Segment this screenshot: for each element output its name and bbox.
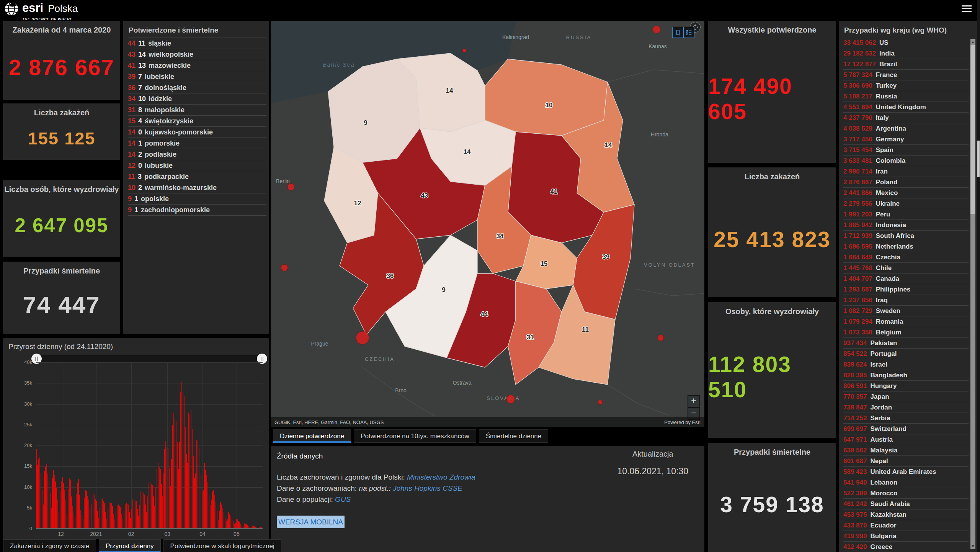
country-row[interactable]: 1 073 358 Belgium [843,327,969,338]
legend-button[interactable] [683,27,694,38]
country-row[interactable]: 4 551 694 United Kingdom [843,102,969,113]
chart-tab-2[interactable]: Potwierdzone w skali logarytmicznej [163,539,281,552]
country-row[interactable]: 699 697 Switzerland [843,424,969,434]
country-row[interactable]: 839 624 Israel [843,359,969,370]
voivodeship-row[interactable]: 9 1 zachodniopomorskie [128,205,266,216]
bar [46,464,47,528]
country-row[interactable]: 433 870 Ecuador [843,520,969,531]
source-link[interactable]: GUS [335,495,351,503]
voivodeship-row[interactable]: 10 2 warmińsko-mazurskie [128,182,266,193]
mobile-version-link[interactable]: WERSJA MOBILNA [277,516,345,528]
country-row[interactable]: 5 108 217 Russia [843,91,969,102]
country-row[interactable]: 639 562 Malaysia [843,445,969,456]
voivodeship-row[interactable]: 12 0 lubuskie [128,160,266,171]
country-row[interactable]: 541 940 Lebanon [843,477,969,488]
country-row[interactable]: 2 441 866 Mexico [843,188,969,198]
case-marker[interactable] [653,26,660,33]
country-row[interactable]: 1 885 942 Indonesia [843,220,969,231]
country-row[interactable]: 4 038 528 Argentina [843,123,969,134]
voivodeship-row[interactable]: 14 1 pomorskie [128,138,266,149]
chart-plot-area[interactable] [36,362,263,529]
country-row[interactable]: 3 715 454 Spain [843,145,969,156]
country-row[interactable]: 33 415 062 US [843,38,969,48]
case-marker[interactable] [287,183,294,190]
hamburger-menu-icon[interactable] [962,5,972,13]
country-cases: 839 624 [843,361,867,369]
country-row[interactable]: 647 971 Austria [843,434,969,445]
country-row[interactable]: 1 696 595 Netherlands [843,241,969,252]
scroll-down-icon[interactable]: ▼ [970,544,975,548]
voivodeship-row[interactable]: 9 1 opolskie [128,193,266,205]
country-row[interactable]: 2 876 667 Poland [843,177,969,188]
voivodeship-row[interactable]: 15 4 świętokrzyskie [128,116,266,127]
country-row[interactable]: 453 975 Kazakhstan [843,509,969,520]
country-row[interactable]: 714 252 Serbia [843,413,969,424]
chart-tab-1[interactable]: Przyrost dzienny [99,539,161,552]
country-row[interactable]: 1 404 707 Canada [843,274,969,284]
country-row[interactable]: 1 991 203 Peru [843,209,969,220]
country-row[interactable]: 1 664 649 Czechia [843,252,969,263]
map-tab-0[interactable]: Dzienne potwierdzone [273,429,351,443]
country-row[interactable]: 1 293 687 Philippines [843,284,969,295]
country-row[interactable]: 17 122 877 Brazil [843,59,969,70]
country-row[interactable]: 1 712 939 South Africa [843,231,969,241]
country-row[interactable]: 601 687 Nepal [843,456,969,467]
time-range-slider[interactable] [36,355,263,363]
scroll-up-icon[interactable]: ▲ [970,40,975,44]
country-row[interactable]: 1 082 729 Sweden [843,306,969,316]
voivodeship-row[interactable]: 41 13 mazowieckie [128,60,266,71]
country-row[interactable]: 522 389 Morocco [843,488,969,499]
page-scrollbar-thumb[interactable] [977,141,980,177]
country-row[interactable]: 770 357 Japan [843,391,969,402]
voivodeship-row[interactable]: 36 7 dolnośląskie [128,82,266,93]
voivodeship-row[interactable]: 31 8 małopolskie [128,105,266,116]
country-list-scrollbar[interactable]: ▲ ▼ [970,39,975,549]
voivodeship-row[interactable]: 11 3 podkarpackie [128,171,266,182]
case-marker[interactable] [506,395,515,403]
country-row[interactable]: 4 237 790 Italy [843,113,969,123]
scrollbar-thumb[interactable] [970,45,975,214]
voivodeship-row[interactable]: 14 2 podlaskie [128,149,266,160]
country-row[interactable]: 589 423 United Arab Emirates [843,467,969,477]
country-row[interactable]: 2 279 556 Ukraine [843,198,969,209]
case-marker[interactable] [658,335,664,341]
country-row[interactable]: 3 717 456 Germany [843,134,969,145]
country-row[interactable]: 739 847 Jordan [843,402,969,413]
map-panel[interactable]: 914101414434112343936915443111 Baltic Se… [271,21,704,427]
source-link[interactable]: Johns Hopkins CSSE [393,484,462,492]
map-tab-2[interactable]: Śmiertelne dzienne [479,429,549,443]
country-row[interactable]: 419 990 Bulgaria [843,531,969,542]
country-row[interactable]: 3 633 481 Colombia [843,156,969,166]
country-row[interactable]: 461 242 Saudi Arabia [843,499,969,509]
map-tab-1[interactable]: Potwierdzone na 10tys. mieszkańców [354,429,476,443]
country-row[interactable]: 1 237 856 Iraq [843,295,969,306]
country-row[interactable]: 2 990 714 Iran [843,166,969,177]
bookmark-button[interactable] [672,27,683,38]
country-row[interactable]: 1 079 294 Romania [843,316,969,327]
country-row[interactable]: 1 445 768 Chile [843,263,969,274]
voivodeship-row[interactable]: 44 11 śląskie [128,38,266,49]
voivodeship-row[interactable]: 14 0 kujawsko-pomorskie [128,127,266,138]
case-marker[interactable] [356,331,369,344]
voivodeship-row[interactable]: 39 7 lubelskie [128,71,266,82]
esri-logo[interactable]: esri Polska THE SCIENCE OF WHERE [4,1,78,22]
country-row[interactable]: 820 395 Bangladesh [843,370,969,381]
sources-heading-link[interactable]: Źródła danych [277,450,323,462]
case-marker[interactable] [598,400,603,405]
voivodeship-row[interactable]: 34 10 łódzkie [128,93,266,105]
country-row[interactable]: 412 420 Greece [843,542,969,552]
case-marker[interactable] [462,49,466,52]
region-count-label: 44 [481,311,488,318]
voivodeship-row[interactable]: 43 14 wielkopolskie [128,49,266,60]
country-row[interactable]: 29 182 532 India [843,48,969,59]
country-row[interactable]: 5 787 324 France [843,70,969,80]
country-row[interactable]: 806 591 Hungary [843,381,969,391]
page-scrollbar[interactable] [977,0,980,552]
country-row[interactable]: 854 522 Portugal [843,349,969,359]
country-row[interactable]: 5 306 690 Turkey [843,80,969,91]
chart-tab-0[interactable]: Zakażenia i zgony w czasie [3,539,96,552]
source-link[interactable]: Ministerstwo Zdrowia [407,473,475,481]
country-row[interactable]: 937 434 Pakistan [843,338,969,349]
case-marker[interactable] [281,264,288,271]
zoom-in-button[interactable]: + [688,395,700,408]
